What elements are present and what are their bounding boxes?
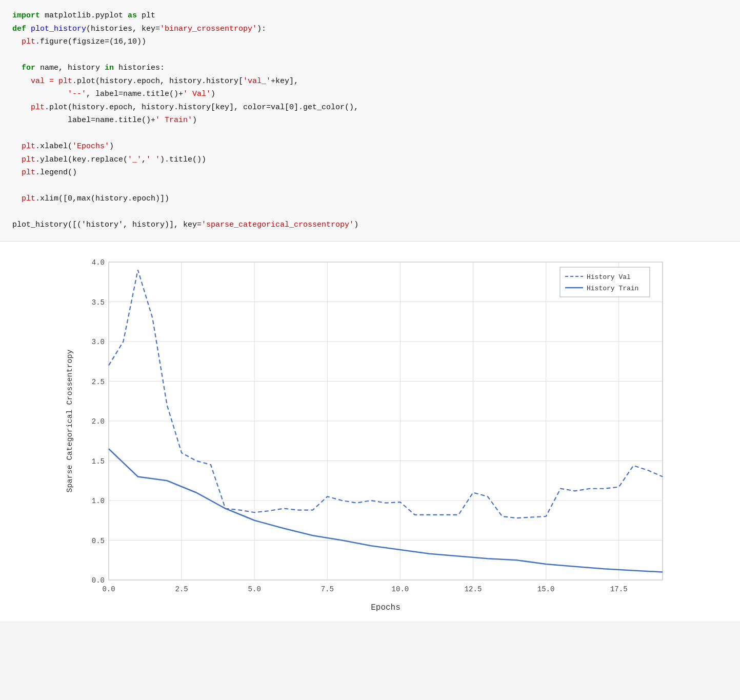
code-token: .figure(figsize=(16,10)) bbox=[35, 37, 146, 46]
code-line: val = plt.plot(history.epoch, history.hi… bbox=[12, 75, 728, 88]
code-token: plt bbox=[137, 11, 155, 20]
chart-section: 0.02.55.07.510.012.515.017.50.00.51.01.5… bbox=[0, 242, 740, 621]
chart-container: 0.02.55.07.510.012.515.017.50.00.51.01.5… bbox=[63, 247, 678, 616]
code-token: plot_history([('history', history)], key… bbox=[12, 221, 202, 229]
svg-text:2.0: 2.0 bbox=[91, 417, 104, 426]
code-token: .plot(history.epoch, history.history[ bbox=[72, 77, 243, 86]
code-token: .xlabel( bbox=[35, 142, 72, 151]
code-token: as bbox=[128, 11, 137, 20]
code-line: plt.xlim([0,max(history.epoch)]) bbox=[12, 192, 728, 206]
code-token: plt bbox=[12, 155, 35, 164]
code-token: plt bbox=[12, 142, 35, 151]
code-token: (histories, key= bbox=[86, 25, 160, 33]
svg-text:2.5: 2.5 bbox=[175, 585, 188, 593]
code-token: .xlim([0,max(history.epoch)]) bbox=[35, 194, 169, 203]
code-token: ) bbox=[211, 90, 215, 98]
svg-text:History Train: History Train bbox=[587, 285, 638, 292]
code-token: 'val_' bbox=[243, 77, 271, 86]
code-token: plt bbox=[12, 103, 45, 112]
code-token: ' Val' bbox=[183, 90, 211, 98]
code-token bbox=[12, 64, 22, 72]
code-token: label=name.title()+ bbox=[12, 116, 155, 125]
svg-text:10.0: 10.0 bbox=[391, 585, 409, 593]
code-token: for bbox=[22, 64, 40, 72]
code-token: plt bbox=[12, 37, 35, 46]
code-token: '--' bbox=[68, 90, 86, 98]
code-line: plot_history([('history', history)], key… bbox=[12, 218, 728, 232]
code-token: val = plt bbox=[12, 77, 72, 86]
code-token: .plot(history.epoch, history.history[key… bbox=[45, 103, 358, 112]
code-token: ) bbox=[354, 221, 358, 229]
code-line: plt.figure(figsize=(16,10)) bbox=[12, 35, 728, 49]
svg-text:3.5: 3.5 bbox=[91, 298, 104, 306]
svg-text:1.0: 1.0 bbox=[91, 497, 104, 505]
code-line: label=name.title()+' Train') bbox=[12, 114, 728, 127]
code-token: , label=name.title()+ bbox=[86, 90, 183, 98]
code-token: ' Train' bbox=[155, 116, 192, 125]
code-line: plt.legend() bbox=[12, 166, 728, 179]
code-line bbox=[12, 206, 728, 219]
code-token: name, history bbox=[40, 64, 105, 72]
code-token: .legend() bbox=[35, 168, 77, 177]
code-token: 'binary_crossentropy' bbox=[160, 25, 257, 33]
code-line bbox=[12, 179, 728, 193]
code-token bbox=[12, 90, 68, 98]
svg-text:12.5: 12.5 bbox=[464, 585, 482, 593]
svg-text:4.0: 4.0 bbox=[91, 258, 104, 267]
code-line: plt.xlabel('Epochs') bbox=[12, 140, 728, 153]
code-line bbox=[12, 49, 728, 62]
code-token: ): bbox=[257, 25, 266, 33]
code-token: ' ' bbox=[146, 155, 160, 164]
svg-text:5.0: 5.0 bbox=[248, 585, 261, 593]
svg-text:0.0: 0.0 bbox=[91, 576, 104, 585]
svg-text:History Val: History Val bbox=[587, 273, 631, 281]
code-token: ) bbox=[192, 116, 197, 125]
code-line: def plot_history(histories, key='binary_… bbox=[12, 23, 728, 36]
svg-text:0.0: 0.0 bbox=[102, 585, 115, 593]
svg-text:15.0: 15.0 bbox=[537, 585, 554, 593]
svg-text:7.5: 7.5 bbox=[321, 585, 333, 593]
code-line: import matplotlib.pyplot as plt bbox=[12, 9, 728, 23]
code-line: '--', label=name.title()+' Val') bbox=[12, 88, 728, 101]
code-line: plt.plot(history.epoch, history.history[… bbox=[12, 101, 728, 114]
code-token: import bbox=[12, 11, 40, 20]
code-token: histories: bbox=[118, 64, 165, 72]
svg-text:17.5: 17.5 bbox=[610, 585, 627, 593]
svg-text:Epochs: Epochs bbox=[371, 603, 401, 612]
code-line: plt.ylabel(key.replace('_',' ').title()) bbox=[12, 153, 728, 167]
code-token: ).title()) bbox=[160, 155, 206, 164]
code-token: plt bbox=[12, 168, 35, 177]
code-token: def bbox=[12, 25, 31, 33]
code-line: for name, history in histories: bbox=[12, 62, 728, 75]
code-token: 'sparse_categorical_crossentropy' bbox=[202, 221, 354, 229]
code-token: in bbox=[105, 64, 118, 72]
svg-text:1.5: 1.5 bbox=[91, 457, 104, 465]
svg-text:3.0: 3.0 bbox=[91, 338, 104, 346]
code-token: 'Epochs' bbox=[72, 142, 109, 151]
svg-text:2.5: 2.5 bbox=[91, 377, 104, 386]
code-token: '_' bbox=[128, 155, 142, 164]
code-token: .ylabel(key.replace( bbox=[35, 155, 128, 164]
code-token: plt bbox=[12, 194, 35, 203]
code-token: ) bbox=[109, 142, 114, 151]
svg-rect-38 bbox=[560, 267, 650, 297]
code-block: import matplotlib.pyplot as pltdef plot_… bbox=[0, 0, 740, 242]
code-line bbox=[12, 127, 728, 141]
svg-text:Sparse Categorical Crossentrop: Sparse Categorical Crossentropy bbox=[66, 349, 74, 492]
svg-text:0.5: 0.5 bbox=[91, 536, 104, 545]
code-token: , bbox=[142, 155, 146, 164]
code-token: plot_history bbox=[31, 25, 86, 33]
loss-chart: 0.02.55.07.510.012.515.017.50.00.51.01.5… bbox=[63, 247, 678, 616]
code-token: matplotlib.pyplot bbox=[40, 11, 128, 20]
code-token: +key], bbox=[271, 77, 298, 86]
